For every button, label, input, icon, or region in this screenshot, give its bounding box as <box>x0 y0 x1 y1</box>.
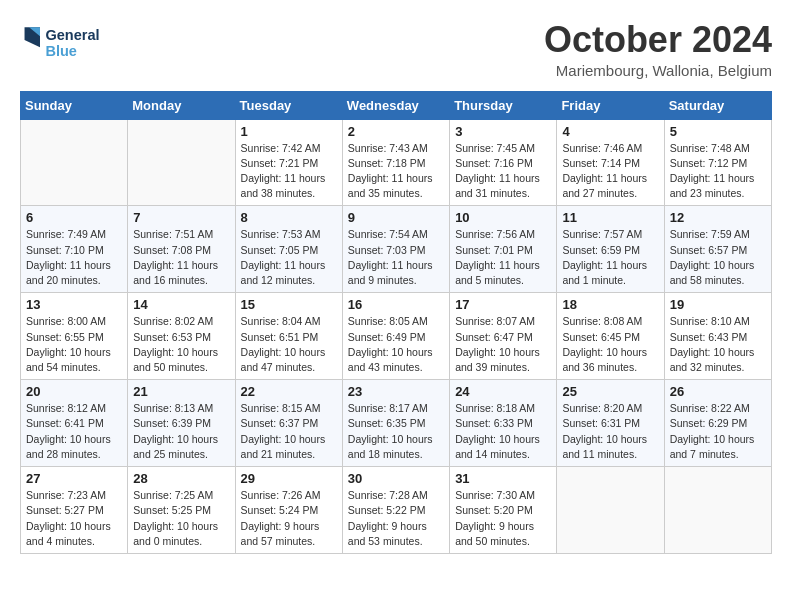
day-number: 16 <box>348 297 444 312</box>
day-number: 31 <box>455 471 551 486</box>
day-info: Sunrise: 7:48 AMSunset: 7:12 PMDaylight:… <box>670 141 766 202</box>
day-number: 27 <box>26 471 122 486</box>
calendar-cell: 10Sunrise: 7:56 AMSunset: 7:01 PMDayligh… <box>450 206 557 293</box>
calendar-cell: 27Sunrise: 7:23 AMSunset: 5:27 PMDayligh… <box>21 467 128 554</box>
header-day-sunday: Sunday <box>21 91 128 119</box>
header-day-friday: Friday <box>557 91 664 119</box>
day-info: Sunrise: 7:23 AMSunset: 5:27 PMDaylight:… <box>26 488 122 549</box>
day-info: Sunrise: 7:57 AMSunset: 6:59 PMDaylight:… <box>562 227 658 288</box>
header-day-saturday: Saturday <box>664 91 771 119</box>
day-info: Sunrise: 7:56 AMSunset: 7:01 PMDaylight:… <box>455 227 551 288</box>
day-number: 30 <box>348 471 444 486</box>
day-number: 19 <box>670 297 766 312</box>
day-number: 21 <box>133 384 229 399</box>
day-info: Sunrise: 7:51 AMSunset: 7:08 PMDaylight:… <box>133 227 229 288</box>
svg-text:Blue: Blue <box>45 43 76 59</box>
day-info: Sunrise: 7:42 AMSunset: 7:21 PMDaylight:… <box>241 141 337 202</box>
day-number: 29 <box>241 471 337 486</box>
day-info: Sunrise: 7:43 AMSunset: 7:18 PMDaylight:… <box>348 141 444 202</box>
calendar-cell: 6Sunrise: 7:49 AMSunset: 7:10 PMDaylight… <box>21 206 128 293</box>
calendar-table: SundayMondayTuesdayWednesdayThursdayFrid… <box>20 91 772 554</box>
calendar-cell: 7Sunrise: 7:51 AMSunset: 7:08 PMDaylight… <box>128 206 235 293</box>
day-info: Sunrise: 8:07 AMSunset: 6:47 PMDaylight:… <box>455 314 551 375</box>
calendar-cell: 30Sunrise: 7:28 AMSunset: 5:22 PMDayligh… <box>342 467 449 554</box>
day-number: 3 <box>455 124 551 139</box>
calendar-cell: 22Sunrise: 8:15 AMSunset: 6:37 PMDayligh… <box>235 380 342 467</box>
logo: General Blue <box>20 20 120 70</box>
day-number: 14 <box>133 297 229 312</box>
header-day-thursday: Thursday <box>450 91 557 119</box>
day-number: 1 <box>241 124 337 139</box>
calendar-cell: 18Sunrise: 8:08 AMSunset: 6:45 PMDayligh… <box>557 293 664 380</box>
day-number: 23 <box>348 384 444 399</box>
day-number: 28 <box>133 471 229 486</box>
day-info: Sunrise: 8:12 AMSunset: 6:41 PMDaylight:… <box>26 401 122 462</box>
day-number: 25 <box>562 384 658 399</box>
day-number: 8 <box>241 210 337 225</box>
day-info: Sunrise: 7:46 AMSunset: 7:14 PMDaylight:… <box>562 141 658 202</box>
calendar-cell: 17Sunrise: 8:07 AMSunset: 6:47 PMDayligh… <box>450 293 557 380</box>
header-day-tuesday: Tuesday <box>235 91 342 119</box>
day-info: Sunrise: 8:13 AMSunset: 6:39 PMDaylight:… <box>133 401 229 462</box>
day-info: Sunrise: 8:08 AMSunset: 6:45 PMDaylight:… <box>562 314 658 375</box>
calendar-cell: 4Sunrise: 7:46 AMSunset: 7:14 PMDaylight… <box>557 119 664 206</box>
day-number: 13 <box>26 297 122 312</box>
svg-text:General: General <box>45 27 99 43</box>
day-info: Sunrise: 7:28 AMSunset: 5:22 PMDaylight:… <box>348 488 444 549</box>
day-info: Sunrise: 8:10 AMSunset: 6:43 PMDaylight:… <box>670 314 766 375</box>
day-info: Sunrise: 8:05 AMSunset: 6:49 PMDaylight:… <box>348 314 444 375</box>
header: General Blue October 2024 Mariembourg, W… <box>20 20 772 79</box>
day-number: 24 <box>455 384 551 399</box>
day-info: Sunrise: 8:17 AMSunset: 6:35 PMDaylight:… <box>348 401 444 462</box>
week-row-5: 27Sunrise: 7:23 AMSunset: 5:27 PMDayligh… <box>21 467 772 554</box>
day-info: Sunrise: 7:54 AMSunset: 7:03 PMDaylight:… <box>348 227 444 288</box>
day-info: Sunrise: 7:30 AMSunset: 5:20 PMDaylight:… <box>455 488 551 549</box>
day-info: Sunrise: 8:20 AMSunset: 6:31 PMDaylight:… <box>562 401 658 462</box>
calendar-cell: 23Sunrise: 8:17 AMSunset: 6:35 PMDayligh… <box>342 380 449 467</box>
day-number: 22 <box>241 384 337 399</box>
calendar-cell: 28Sunrise: 7:25 AMSunset: 5:25 PMDayligh… <box>128 467 235 554</box>
calendar-cell: 11Sunrise: 7:57 AMSunset: 6:59 PMDayligh… <box>557 206 664 293</box>
calendar-cell <box>557 467 664 554</box>
day-info: Sunrise: 8:02 AMSunset: 6:53 PMDaylight:… <box>133 314 229 375</box>
calendar-cell <box>128 119 235 206</box>
day-info: Sunrise: 8:15 AMSunset: 6:37 PMDaylight:… <box>241 401 337 462</box>
calendar-cell: 8Sunrise: 7:53 AMSunset: 7:05 PMDaylight… <box>235 206 342 293</box>
day-info: Sunrise: 7:53 AMSunset: 7:05 PMDaylight:… <box>241 227 337 288</box>
calendar-cell: 19Sunrise: 8:10 AMSunset: 6:43 PMDayligh… <box>664 293 771 380</box>
calendar-page: General Blue October 2024 Mariembourg, W… <box>0 0 792 569</box>
day-number: 11 <box>562 210 658 225</box>
calendar-cell: 24Sunrise: 8:18 AMSunset: 6:33 PMDayligh… <box>450 380 557 467</box>
day-number: 26 <box>670 384 766 399</box>
week-row-2: 6Sunrise: 7:49 AMSunset: 7:10 PMDaylight… <box>21 206 772 293</box>
header-day-wednesday: Wednesday <box>342 91 449 119</box>
week-row-3: 13Sunrise: 8:00 AMSunset: 6:55 PMDayligh… <box>21 293 772 380</box>
day-number: 7 <box>133 210 229 225</box>
day-info: Sunrise: 8:18 AMSunset: 6:33 PMDaylight:… <box>455 401 551 462</box>
calendar-cell: 20Sunrise: 8:12 AMSunset: 6:41 PMDayligh… <box>21 380 128 467</box>
calendar-cell: 13Sunrise: 8:00 AMSunset: 6:55 PMDayligh… <box>21 293 128 380</box>
logo-svg: General Blue <box>20 20 120 70</box>
calendar-cell: 14Sunrise: 8:02 AMSunset: 6:53 PMDayligh… <box>128 293 235 380</box>
calendar-cell: 5Sunrise: 7:48 AMSunset: 7:12 PMDaylight… <box>664 119 771 206</box>
calendar-cell: 26Sunrise: 8:22 AMSunset: 6:29 PMDayligh… <box>664 380 771 467</box>
day-info: Sunrise: 7:45 AMSunset: 7:16 PMDaylight:… <box>455 141 551 202</box>
calendar-cell: 25Sunrise: 8:20 AMSunset: 6:31 PMDayligh… <box>557 380 664 467</box>
day-number: 12 <box>670 210 766 225</box>
day-number: 20 <box>26 384 122 399</box>
day-number: 17 <box>455 297 551 312</box>
calendar-cell: 9Sunrise: 7:54 AMSunset: 7:03 PMDaylight… <box>342 206 449 293</box>
calendar-cell <box>664 467 771 554</box>
day-number: 2 <box>348 124 444 139</box>
day-number: 18 <box>562 297 658 312</box>
calendar-cell: 16Sunrise: 8:05 AMSunset: 6:49 PMDayligh… <box>342 293 449 380</box>
day-info: Sunrise: 7:26 AMSunset: 5:24 PMDaylight:… <box>241 488 337 549</box>
day-info: Sunrise: 8:22 AMSunset: 6:29 PMDaylight:… <box>670 401 766 462</box>
calendar-cell: 1Sunrise: 7:42 AMSunset: 7:21 PMDaylight… <box>235 119 342 206</box>
calendar-cell: 12Sunrise: 7:59 AMSunset: 6:57 PMDayligh… <box>664 206 771 293</box>
calendar-cell: 21Sunrise: 8:13 AMSunset: 6:39 PMDayligh… <box>128 380 235 467</box>
week-row-1: 1Sunrise: 7:42 AMSunset: 7:21 PMDaylight… <box>21 119 772 206</box>
location-subtitle: Mariembourg, Wallonia, Belgium <box>544 62 772 79</box>
week-row-4: 20Sunrise: 8:12 AMSunset: 6:41 PMDayligh… <box>21 380 772 467</box>
day-number: 6 <box>26 210 122 225</box>
